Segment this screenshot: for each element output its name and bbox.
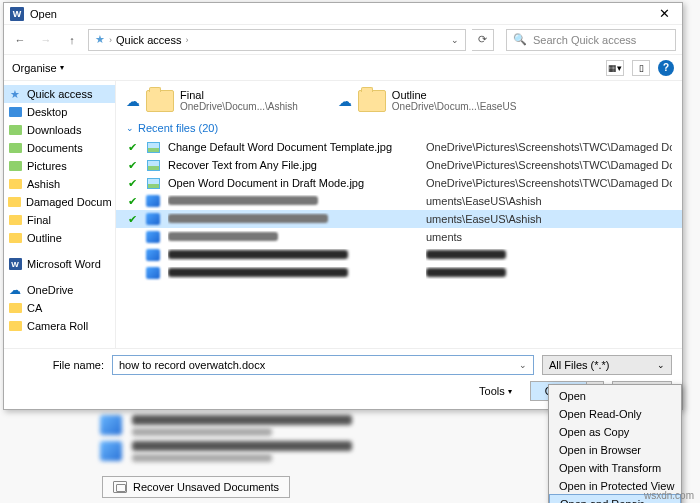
menu-item-open-readonly[interactable]: Open Read-Only bbox=[549, 405, 681, 423]
synced-icon: ✔ bbox=[126, 141, 138, 154]
synced-icon: ✔ bbox=[126, 177, 138, 190]
blur-icon bbox=[100, 415, 122, 435]
sidebar-item-damaged[interactable]: Damaged Docum bbox=[4, 193, 115, 211]
organise-menu[interactable]: Organise ▾ bbox=[12, 62, 64, 74]
menu-item-open-with-transform[interactable]: Open with Transform bbox=[549, 459, 681, 477]
word-app-icon: W bbox=[10, 7, 24, 21]
menu-item-open-in-browser[interactable]: Open in Browser bbox=[549, 441, 681, 459]
word-icon: W bbox=[8, 258, 22, 270]
preview-pane-button[interactable]: ▯ bbox=[632, 60, 650, 76]
chevron-down-icon: ▾ bbox=[508, 387, 512, 396]
menu-item-open-as-copy[interactable]: Open as Copy bbox=[549, 423, 681, 441]
star-icon: ★ bbox=[8, 88, 22, 100]
downloads-icon bbox=[8, 124, 22, 136]
search-input[interactable]: 🔍 Search Quick access bbox=[506, 29, 676, 51]
address-bar[interactable]: ★ › Quick access › ⌄ bbox=[88, 29, 466, 51]
refresh-button[interactable]: ⟳ bbox=[472, 29, 494, 51]
pinned-folder-outline[interactable]: ☁ OutlineOneDrive\Docum...\EaseUS bbox=[338, 89, 517, 112]
up-button[interactable]: ↑ bbox=[62, 29, 82, 51]
sidebar-item-quick-access[interactable]: ★Quick access bbox=[4, 85, 115, 103]
chevron-down-icon: ⌄ bbox=[126, 123, 134, 133]
synced-icon: ✔ bbox=[126, 159, 138, 172]
sidebar-item-camera-roll[interactable]: Camera Roll bbox=[4, 317, 115, 335]
recover-unsaved-button[interactable]: Recover Unsaved Documents bbox=[102, 476, 290, 498]
sidebar-item-ashish[interactable]: Ashish bbox=[4, 175, 115, 193]
folder-icon bbox=[8, 178, 22, 190]
file-row-redacted[interactable]: ✔uments\EaseUS\Ashish bbox=[116, 210, 682, 228]
filename-input[interactable]: how to record overwatch.docx ⌄ bbox=[112, 355, 534, 375]
toolbar: Organise ▾ ▦▾ ▯ ? bbox=[4, 55, 682, 81]
quick-access-icon: ★ bbox=[95, 33, 105, 46]
file-row[interactable]: ✔Recover Text from Any File.jpgOneDrive\… bbox=[116, 156, 682, 174]
sidebar-item-outline[interactable]: Outline bbox=[4, 229, 115, 247]
pictures-icon bbox=[8, 160, 22, 172]
pinned-folder-final[interactable]: ☁ FinalOneDrive\Docum...\Ashish bbox=[126, 89, 298, 112]
sidebar: ★Quick access Desktop Downloads Document… bbox=[4, 81, 116, 348]
blur-icon bbox=[146, 213, 160, 225]
search-icon: 🔍 bbox=[513, 33, 527, 46]
sidebar-item-ca[interactable]: CA bbox=[4, 299, 115, 317]
sidebar-item-final[interactable]: Final bbox=[4, 211, 115, 229]
image-file-icon bbox=[146, 159, 160, 171]
sidebar-item-word[interactable]: WMicrosoft Word bbox=[4, 255, 115, 273]
window-title: Open bbox=[30, 8, 57, 20]
path-segment: Quick access bbox=[116, 34, 181, 46]
tools-menu[interactable]: Tools ▾ bbox=[479, 385, 512, 397]
filename-label: File name: bbox=[14, 359, 104, 371]
synced-icon: ✔ bbox=[126, 195, 138, 208]
back-button[interactable]: ← bbox=[10, 29, 30, 51]
blur-icon bbox=[146, 231, 160, 243]
close-button[interactable]: ✕ bbox=[653, 6, 676, 21]
view-mode-button[interactable]: ▦▾ bbox=[606, 60, 624, 76]
chevron-right-icon: › bbox=[185, 35, 188, 45]
file-row-redacted[interactable]: ✔uments\EaseUS\Ashish bbox=[116, 192, 682, 210]
cloud-sync-icon: ☁ bbox=[338, 93, 352, 109]
open-dialog: W Open ✕ ← → ↑ ★ › Quick access › ⌄ ⟳ 🔍 … bbox=[3, 2, 683, 410]
blur-icon bbox=[100, 441, 122, 461]
recover-label: Recover Unsaved Documents bbox=[133, 481, 279, 493]
sidebar-item-desktop[interactable]: Desktop bbox=[4, 103, 115, 121]
desktop-icon bbox=[8, 106, 22, 118]
file-row-redacted[interactable] bbox=[116, 246, 682, 264]
file-filter-dropdown[interactable]: All Files (*.*) ⌄ bbox=[542, 355, 672, 375]
image-file-icon bbox=[146, 177, 160, 189]
open-options-menu: Open Open Read-Only Open as Copy Open in… bbox=[548, 384, 682, 503]
sidebar-item-pictures[interactable]: Pictures bbox=[4, 157, 115, 175]
navbar: ← → ↑ ★ › Quick access › ⌄ ⟳ 🔍 Search Qu… bbox=[4, 25, 682, 55]
chevron-down-icon: ▾ bbox=[60, 63, 64, 72]
watermark: wsxdn.com bbox=[644, 490, 694, 501]
help-icon[interactable]: ? bbox=[658, 60, 674, 76]
file-row-redacted[interactable] bbox=[116, 264, 682, 282]
file-row[interactable]: ✔Open Word Document in Draft Mode.jpgOne… bbox=[116, 174, 682, 192]
sidebar-item-documents[interactable]: Documents bbox=[4, 139, 115, 157]
chevron-down-icon[interactable]: ⌄ bbox=[451, 35, 459, 45]
cloud-sync-icon: ☁ bbox=[126, 93, 140, 109]
blur-icon bbox=[146, 267, 160, 279]
sidebar-item-onedrive[interactable]: ☁OneDrive bbox=[4, 281, 115, 299]
folder-icon bbox=[8, 302, 22, 314]
forward-button[interactable]: → bbox=[36, 29, 56, 51]
file-row[interactable]: ✔Change Default Word Document Template.j… bbox=[116, 138, 682, 156]
folder-icon bbox=[8, 196, 21, 208]
menu-item-open[interactable]: Open bbox=[549, 387, 681, 405]
file-row-redacted[interactable]: uments bbox=[116, 228, 682, 246]
recent-files-header[interactable]: ⌄ Recent files (20) bbox=[116, 118, 682, 138]
blur-icon bbox=[146, 195, 160, 207]
recover-icon bbox=[113, 481, 127, 493]
folder-icon bbox=[8, 320, 22, 332]
image-file-icon bbox=[146, 141, 160, 153]
synced-icon: ✔ bbox=[126, 213, 138, 226]
chevron-right-icon: › bbox=[109, 35, 112, 45]
file-pane: ☁ FinalOneDrive\Docum...\Ashish ☁ Outlin… bbox=[116, 81, 682, 348]
documents-icon bbox=[8, 142, 22, 154]
folder-icon bbox=[8, 232, 22, 244]
chevron-down-icon: ⌄ bbox=[657, 360, 665, 370]
pinned-folders: ☁ FinalOneDrive\Docum...\Ashish ☁ Outlin… bbox=[116, 81, 682, 118]
folder-icon bbox=[8, 214, 22, 226]
search-placeholder: Search Quick access bbox=[533, 34, 636, 46]
background-list bbox=[100, 412, 520, 464]
sidebar-item-downloads[interactable]: Downloads bbox=[4, 121, 115, 139]
folder-icon bbox=[358, 90, 386, 112]
blur-icon bbox=[146, 249, 160, 261]
chevron-down-icon[interactable]: ⌄ bbox=[519, 360, 527, 370]
